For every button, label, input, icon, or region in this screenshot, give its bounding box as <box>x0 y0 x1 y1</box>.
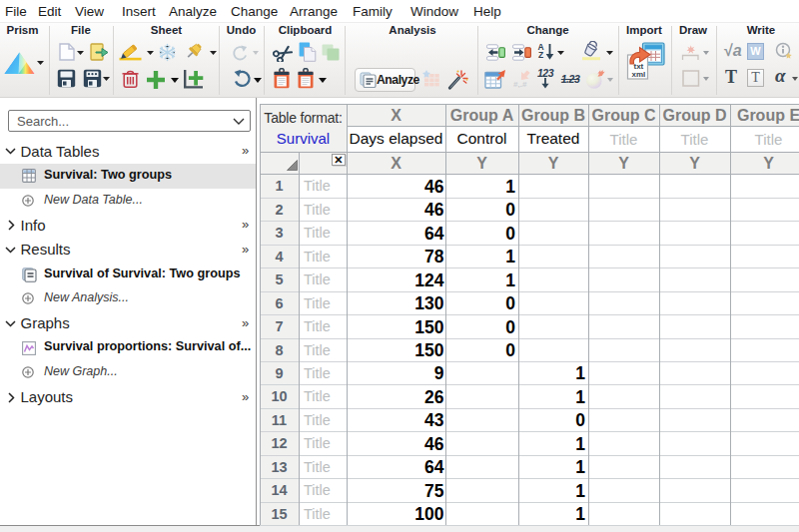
svg-text:#,.#: #,.# <box>513 80 527 88</box>
svg-text:xml: xml <box>632 70 646 79</box>
